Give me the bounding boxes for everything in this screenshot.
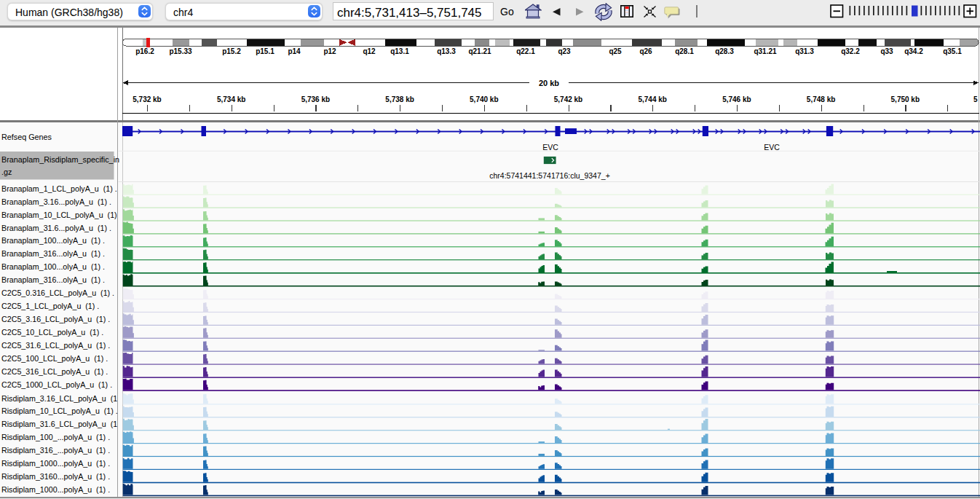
svg-text:Refseq Genes: Refseq Genes (1, 133, 52, 141)
svg-text:C2C5_3.16_LCL_polyA_u (1) .: C2C5_3.16_LCL_polyA_u (1) . (1, 315, 110, 323)
svg-text:5: 5 (973, 95, 978, 103)
svg-text:Risdiplam_1000...polyA_u (1): Risdiplam_1000...polyA_u (1) . (1, 485, 110, 494)
svg-text:5,744 kb: 5,744 kb (638, 95, 666, 103)
svg-text:C2C5_31.6_LCL_polyA_u (1) .: C2C5_31.6_LCL_polyA_u (1) . (1, 341, 110, 350)
svg-text:5,740 kb: 5,740 kb (470, 95, 498, 103)
svg-text:q13.1: q13.1 (390, 47, 409, 55)
svg-text:5,748 kb: 5,748 kb (807, 95, 835, 103)
svg-text:C2C5_0.316_LCL_polyA_u (1) .: C2C5_0.316_LCL_polyA_u (1) . (1, 288, 114, 297)
svg-text:Branaplam_3.16...polyA_u (1): Branaplam_3.16...polyA_u (1) . (1, 197, 111, 206)
svg-text:EVC: EVC (764, 143, 780, 152)
svg-text:5,732 kb: 5,732 kb (133, 95, 161, 103)
svg-text:p12: p12 (323, 47, 336, 55)
svg-text:C2C5_10_LCL_polyA_u (1) .: C2C5_10_LCL_polyA_u (1) . (1, 328, 103, 337)
svg-text:chr4:5741441:5741716:clu_9347_: chr4:5741441:5741716:clu_9347_+ (489, 171, 610, 180)
svg-text:Risdiplam_3160...polyA_u (1): Risdiplam_3160...polyA_u (1) . (1, 472, 110, 481)
svg-text:q31.21: q31.21 (754, 47, 777, 55)
svg-text:20 kb: 20 kb (539, 79, 559, 87)
svg-text:q25: q25 (609, 47, 622, 55)
svg-text:5,746 kb: 5,746 kb (722, 95, 751, 103)
svg-text:C2C5_1000_LCL_polyA_u (1) .: C2C5_1000_LCL_polyA_u (1) . (1, 380, 112, 389)
svg-text:q32.2: q32.2 (841, 47, 860, 55)
svg-text:p15.33: p15.33 (169, 47, 192, 55)
svg-text:p15.2: p15.2 (222, 47, 241, 55)
svg-text:p15.1: p15.1 (256, 47, 274, 55)
svg-text:5,738 kb: 5,738 kb (385, 95, 414, 103)
svg-text:C2C5_316_LCL_polyA_u (1) .: C2C5_316_LCL_polyA_u (1) . (1, 367, 108, 376)
svg-text:Risdiplam_31.6_LCL_polyA_u (1: Risdiplam_31.6_LCL_polyA_u (1 (1, 420, 117, 428)
svg-text:q31.3: q31.3 (795, 47, 814, 55)
svg-text:Branaplam_316...olyA_u (1) .: Branaplam_316...olyA_u (1) . (1, 249, 105, 258)
svg-text:5,734 kb: 5,734 kb (217, 95, 245, 103)
svg-text:C2C5_1_LCL_polyA_u (1) .: C2C5_1_LCL_polyA_u (1) . (1, 302, 99, 310)
svg-text:q21.21: q21.21 (468, 47, 491, 55)
svg-text:Risdiplam_100_...polyA_u (1): Risdiplam_100_...polyA_u (1) . (1, 433, 110, 441)
svg-text:p16.2: p16.2 (135, 47, 154, 55)
svg-text:q28.1: q28.1 (675, 47, 694, 55)
svg-text:Branaplam_31.6...polyA_u (1): Branaplam_31.6...polyA_u (1) . (1, 224, 111, 232)
svg-text:p14: p14 (288, 47, 301, 55)
svg-text:Branaplam_100...olyA_u (1) .: Branaplam_100...olyA_u (1) . (1, 262, 105, 271)
svg-text:5,742 kb: 5,742 kb (554, 95, 582, 103)
svg-text:5,750 kb: 5,750 kb (891, 95, 920, 103)
svg-text:Branaplam_100...olyA_u (1) .: Branaplam_100...olyA_u (1) . (1, 236, 105, 245)
svg-text:q13.3: q13.3 (437, 47, 456, 55)
svg-text:q23: q23 (558, 47, 571, 55)
svg-text:Branaplam_316...olyA_u (1) .: Branaplam_316...olyA_u (1) . (1, 275, 105, 284)
svg-text:5,736 kb: 5,736 kb (301, 95, 330, 103)
svg-text:Risdiplam_3.16_LCL_polyA_u (1: Risdiplam_3.16_LCL_polyA_u (1 (1, 394, 117, 403)
svg-text:Risdiplam_316_...polyA_u (1): Risdiplam_316_...polyA_u (1) . (1, 446, 110, 455)
svg-text:q34.2: q34.2 (904, 47, 923, 55)
svg-text:EVC: EVC (542, 143, 558, 152)
svg-text:q26: q26 (639, 47, 652, 55)
svg-text:Branaplam_1_LCL_polyA_u (1) .: Branaplam_1_LCL_polyA_u (1) . (1, 184, 117, 193)
svg-text:q33: q33 (880, 47, 893, 55)
svg-text:.gz: .gz (1, 168, 12, 176)
svg-text:q22.1: q22.1 (516, 47, 535, 55)
svg-text:q28.3: q28.3 (715, 47, 734, 55)
svg-text:Branaplam_10_LCL_polyA_u (1): Branaplam_10_LCL_polyA_u (1) (1, 211, 117, 219)
svg-text:C2C5_100_LCL_polyA_u (1) .: C2C5_100_LCL_polyA_u (1) . (1, 354, 108, 363)
svg-text:Risdiplam_1000...polyA_u (1): Risdiplam_1000...polyA_u (1) . (1, 459, 110, 468)
svg-text:Risdiplam_10_LCL_polyA_u (1): Risdiplam_10_LCL_polyA_u (1) . (1, 406, 118, 415)
svg-text:Branaplam_Risdiplam_specific_i: Branaplam_Risdiplam_specific_in (1, 155, 119, 164)
svg-text:q12: q12 (363, 47, 376, 55)
svg-text:q35.1: q35.1 (943, 47, 962, 55)
